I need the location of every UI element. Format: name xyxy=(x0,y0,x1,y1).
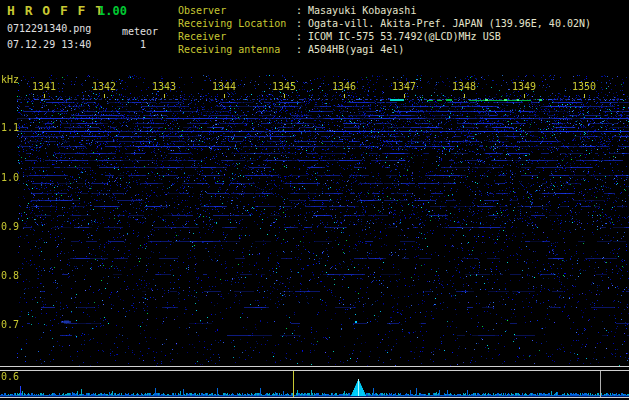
channel-number: 1 xyxy=(140,39,146,50)
station-info: Observer : Masayuki Kobayashi Receiving … xyxy=(178,4,591,56)
info-value: : Masayuki Kobayashi xyxy=(296,5,416,16)
minute-tick xyxy=(344,94,345,98)
output-filename: 0712291340.png xyxy=(7,23,91,34)
info-value: : A504HB(yagi 4el) xyxy=(296,44,404,55)
mode-label: meteor xyxy=(122,26,158,37)
minute-tick xyxy=(44,94,45,98)
minute-tick xyxy=(284,94,285,98)
freq-tick-label: 1.1 xyxy=(1,122,19,133)
divider-line xyxy=(0,397,629,398)
time-tick-label: 1345 xyxy=(271,81,297,92)
app-version: 1.00 xyxy=(98,5,127,18)
freq-tick-label: 0.6 xyxy=(1,371,19,382)
time-tick-label: 1350 xyxy=(571,81,597,92)
minute-tick xyxy=(224,94,225,98)
app-title: H R O F F T xyxy=(7,4,104,18)
time-tick-label: 1349 xyxy=(511,81,537,92)
datetime-label: 07.12.29 13:40 xyxy=(7,39,91,50)
info-label: Receiver xyxy=(178,31,296,42)
time-tick-label: 1341 xyxy=(31,81,57,92)
info-label: Receiving antenna xyxy=(178,44,296,55)
minute-tick xyxy=(404,94,405,98)
info-label: Receiving Location xyxy=(178,18,296,29)
minute-tick xyxy=(464,94,465,98)
time-tick-label: 1346 xyxy=(331,81,357,92)
info-row-antenna: Receiving antenna : A504HB(yagi 4el) xyxy=(178,43,591,56)
signal-level-canvas xyxy=(0,371,629,397)
time-tick-label: 1348 xyxy=(451,81,477,92)
freq-tick-label: 0.8 xyxy=(1,270,19,281)
freq-tick-label: 0.9 xyxy=(1,221,19,232)
freq-tick-label: 0.7 xyxy=(1,319,19,330)
freq-tick-label: 1.0 xyxy=(1,172,19,183)
spectrogram-canvas xyxy=(17,75,629,366)
freq-axis-unit: kHz xyxy=(1,74,19,85)
time-tick-label: 1342 xyxy=(91,81,117,92)
info-value: : ICOM IC-575 53.7492(@LCD)MHz USB xyxy=(296,31,501,42)
info-row-receiver: Receiver : ICOM IC-575 53.7492(@LCD)MHz … xyxy=(178,30,591,43)
time-tick-label: 1347 xyxy=(391,81,417,92)
info-value: : Ogata-vill. Akita-Pref. JAPAN (139.96E… xyxy=(296,18,591,29)
info-row-observer: Observer : Masayuki Kobayashi xyxy=(178,4,591,17)
info-row-location: Receiving Location : Ogata-vill. Akita-P… xyxy=(178,17,591,30)
divider-line xyxy=(0,366,629,367)
time-tick-label: 1343 xyxy=(151,81,177,92)
hrofft-spectrogram-image: H R O F F T 1.00 0712291340.png meteor 0… xyxy=(0,0,629,400)
info-label: Observer xyxy=(178,5,296,16)
time-tick-label: 1344 xyxy=(211,81,237,92)
minute-tick xyxy=(584,94,585,98)
minute-tick xyxy=(104,94,105,98)
minute-tick xyxy=(164,94,165,98)
minute-tick xyxy=(524,94,525,98)
divider-line xyxy=(0,370,629,371)
